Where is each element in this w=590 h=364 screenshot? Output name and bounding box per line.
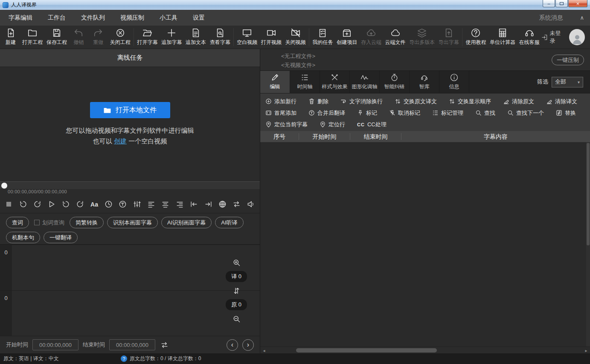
swap-times-button[interactable] [160, 340, 169, 349]
loop-forward-button[interactable] [76, 200, 84, 209]
horizontal-scrollbar-thumb[interactable] [296, 348, 437, 352]
ai-listen-button[interactable]: AI听译 [215, 217, 243, 228]
locate-current-subtitle-action[interactable]: 定位当前字幕 [265, 121, 308, 128]
unmark-action[interactable]: 取消标记 [389, 109, 420, 117]
tab-info[interactable]: 信息 [439, 71, 469, 93]
find-action[interactable]: 查找 [475, 109, 495, 117]
create-blank-video-link[interactable]: 创建 [114, 137, 127, 145]
add-row-action[interactable]: 添加新行 [265, 98, 296, 105]
export-subtitle-button[interactable]: 导出字幕 [436, 26, 461, 48]
rotate-right-button[interactable] [33, 200, 42, 209]
close-project-button[interactable]: 关闭工程 [108, 26, 132, 48]
source-text-pane[interactable]: 0 [0, 291, 260, 336]
replace-action[interactable]: 替换 [556, 109, 576, 117]
target-text-pane[interactable]: 0 [0, 245, 260, 291]
open-local-file-button[interactable]: 打开本地文件 [90, 102, 170, 118]
help-icon[interactable]: ? [121, 355, 127, 362]
clear-target-action[interactable]: 清除译文 [546, 98, 577, 105]
align-left-button[interactable] [147, 200, 156, 209]
save-to-cloud-button[interactable]: 存入云端 [359, 26, 384, 48]
view-subtitle-button[interactable]: 查看字幕 [208, 26, 232, 48]
blank-video-button[interactable]: 空白视频 [235, 26, 259, 48]
create-project-button[interactable]: 创建项目 [335, 26, 359, 48]
calculator-button[interactable]: 单位计算器 [488, 26, 517, 48]
delete-action[interactable]: 删除 [308, 98, 328, 105]
column-header-end-time[interactable]: 结束时间 [350, 133, 401, 140]
next-subtitle-button[interactable]: › [242, 339, 254, 351]
menu-item-subtitle-edit[interactable]: 字幕编辑 [6, 12, 35, 23]
zoom-in-button[interactable] [232, 258, 241, 267]
undo-button[interactable]: 撤销 [69, 26, 88, 48]
menu-item-settings[interactable]: 设置 [190, 12, 207, 23]
text-style-button[interactable] [118, 200, 127, 209]
merge-translate-action[interactable]: 合并后翻译 [308, 109, 345, 117]
filter-select[interactable]: 全部 ▾ [552, 77, 583, 87]
swap-panes-button[interactable] [232, 286, 241, 295]
simplified-traditional-button[interactable]: 简繁转换 [70, 217, 104, 228]
minimize-button[interactable]: – [543, 0, 555, 7]
translate-all-button[interactable]: 一键翻译 [44, 232, 78, 243]
new-project-button[interactable]: 新建 [1, 26, 20, 48]
previous-subtitle-button[interactable]: ‹ [227, 339, 238, 351]
timeline-scrubber[interactable] [0, 181, 260, 189]
locate-row-action[interactable]: 定位行 [320, 121, 345, 128]
vertical-scrollbar-thumb[interactable] [587, 143, 590, 245]
one-key-compress-button[interactable]: 一键压制 [552, 55, 584, 65]
my-tasks-button[interactable]: 我的任务 [311, 26, 335, 48]
selection-lookup-toggle[interactable]: 划词查询 [34, 219, 64, 227]
vertical-scrollbar[interactable] [586, 142, 590, 347]
open-subtitle-button[interactable]: 打开字幕 [135, 26, 160, 48]
tab-style-effects[interactable]: 样式与效果 [320, 71, 350, 93]
tab-knowledge-base[interactable]: 智库 [410, 71, 439, 93]
rotate-left-button[interactable] [18, 200, 27, 209]
tab-waveform-adjust[interactable]: 图形化调轴 [350, 71, 380, 93]
machine-translate-sentence-button[interactable]: 机翻本句 [6, 232, 40, 243]
swap-source-target-action[interactable]: 交换原文译文 [395, 98, 437, 105]
find-next-action[interactable]: 查找下一个 [507, 109, 544, 117]
play-button[interactable] [47, 200, 56, 209]
login-button[interactable]: 未登录 [541, 29, 566, 45]
clear-source-action[interactable]: 清除原文 [503, 98, 534, 105]
end-time-field[interactable]: 00:00:00,000 [109, 339, 155, 350]
zoom-out-button[interactable] [232, 314, 241, 323]
target-text-area[interactable] [12, 245, 260, 290]
horizontal-scrollbar[interactable]: ◂ ▸ [260, 347, 590, 353]
scroll-left-arrow-icon[interactable]: ◂ [261, 347, 267, 353]
avatar[interactable] [569, 29, 585, 45]
cc-process-action[interactable]: CCCC处理 [357, 121, 387, 128]
video-drop-zone[interactable]: 打开本地文件 您可以拖动视频和字幕文件到软件中进行编辑 也可以 创建 一个空白视… [0, 67, 260, 181]
open-project-button[interactable]: 打开工程 [20, 26, 45, 48]
add-ends-action[interactable]: 首尾添加 [265, 109, 296, 117]
adjust-sliders-button[interactable] [133, 200, 142, 209]
redo-button[interactable]: 重做 [88, 26, 108, 48]
scroll-right-arrow-icon[interactable]: ▸ [583, 347, 589, 353]
sync-globe-button[interactable] [218, 200, 227, 209]
system-messages-link[interactable]: 系统消息 [539, 14, 563, 22]
tab-smart-check[interactable]: 智能纠错 [380, 71, 410, 93]
close-video-button[interactable]: 关闭视频 [283, 26, 308, 48]
column-header-start-time[interactable]: 开始时间 [299, 133, 350, 140]
jump-to-start-button[interactable] [189, 200, 198, 209]
ocr-frame-button[interactable]: 识别本画面字幕 [107, 217, 158, 228]
font-size-button[interactable]: Aa [90, 200, 99, 209]
jump-to-end-button[interactable] [203, 200, 212, 209]
append-text-button[interactable]: 追加文本 [184, 26, 208, 48]
subtitle-table-body[interactable] [260, 142, 590, 347]
append-subtitle-button[interactable]: 追加字幕 [160, 26, 184, 48]
cloud-files-button[interactable]: 云端文件 [383, 26, 407, 48]
volume-button[interactable] [247, 200, 256, 209]
close-button[interactable]: × [568, 0, 587, 7]
mark-manage-action[interactable]: 标记管理 [432, 109, 463, 117]
start-time-field[interactable]: 00:00:00,000 [32, 339, 78, 350]
timeline-scrubber-handle[interactable] [1, 183, 7, 189]
selection-lookup-checkbox[interactable] [34, 220, 40, 225]
menu-item-tools[interactable]: 小工具 [157, 12, 180, 23]
align-center-button[interactable] [161, 200, 170, 209]
mark-action[interactable]: 标记 [357, 109, 377, 117]
swap-button[interactable] [232, 200, 241, 209]
tab-timeline[interactable]: 时间轴 [290, 71, 320, 93]
online-support-button[interactable]: 在线客服 [517, 26, 541, 48]
menu-item-file-queue[interactable]: 文件队列 [78, 12, 108, 23]
swap-display-order-action[interactable]: 交换显示顺序 [449, 98, 491, 105]
menu-item-video-compress[interactable]: 视频压制 [118, 12, 147, 23]
